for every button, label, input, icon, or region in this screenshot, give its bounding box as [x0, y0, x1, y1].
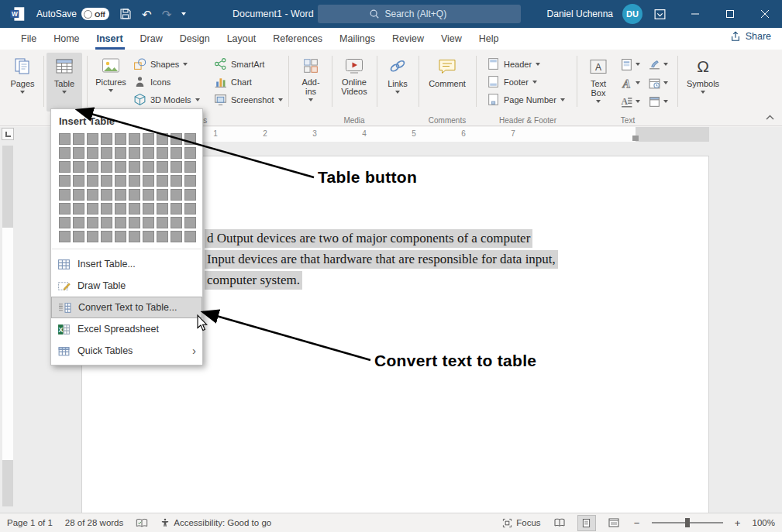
table-grid-cell[interactable]	[59, 161, 71, 173]
table-grid-cell[interactable]	[171, 133, 182, 145]
table-button[interactable]: Table	[47, 53, 82, 112]
table-grid-cell[interactable]	[157, 175, 168, 187]
table-grid-cell[interactable]	[115, 189, 126, 201]
pages-button[interactable]: Pages	[5, 53, 40, 112]
zoom-out-button[interactable]: −	[632, 517, 642, 529]
table-grid-cell[interactable]	[73, 175, 84, 187]
tab-home[interactable]: Home	[45, 28, 88, 50]
shapes-button[interactable]: Shapes	[133, 56, 200, 72]
tab-layout[interactable]: Layout	[219, 28, 265, 50]
icons-button[interactable]: Icons	[133, 74, 200, 90]
table-grid-cell[interactable]	[73, 133, 84, 145]
page-number-button[interactable]: Page Number	[487, 91, 565, 108]
table-grid-cell[interactable]	[157, 189, 168, 201]
table-grid-cell[interactable]	[129, 189, 140, 201]
menu-item-convert-text-to-table[interactable]: Convert Text to Table...	[51, 297, 202, 318]
table-grid-cell[interactable]	[184, 189, 196, 201]
table-grid-cell[interactable]	[101, 231, 112, 242]
links-button[interactable]: Links	[380, 53, 415, 112]
table-grid-cell[interactable]	[184, 147, 196, 159]
add-ins-button[interactable]: Add-ins	[293, 53, 329, 112]
table-grid-cell[interactable]	[87, 147, 98, 159]
minimize-button[interactable]	[677, 0, 712, 28]
document-text-line[interactable]: d Output devices are two of major compon…	[205, 229, 532, 248]
word-count[interactable]: 28 of 28 words	[65, 518, 123, 527]
table-size-grid[interactable]	[59, 133, 195, 242]
table-grid-cell[interactable]	[171, 175, 182, 187]
avatar[interactable]: DU	[622, 4, 642, 24]
table-grid-cell[interactable]	[184, 203, 196, 215]
table-grid-cell[interactable]	[129, 147, 140, 159]
tab-file[interactable]: File	[12, 28, 45, 50]
pictures-button[interactable]: Pictures	[93, 53, 129, 112]
table-grid-cell[interactable]	[59, 133, 71, 145]
share-button[interactable]: Share	[730, 31, 771, 42]
table-grid-cell[interactable]	[143, 189, 154, 201]
table-grid-cell[interactable]	[115, 175, 126, 187]
table-grid-cell[interactable]	[157, 161, 168, 173]
table-grid-cell[interactable]	[157, 203, 168, 215]
document-text-line[interactable]: computer system.	[205, 271, 302, 290]
quick-access-chevron-icon[interactable]	[181, 12, 186, 15]
document-text-line[interactable]: Input devices are that hardware that are…	[205, 250, 558, 269]
table-grid-cell[interactable]	[129, 161, 140, 173]
table-grid-cell[interactable]	[87, 217, 98, 228]
zoom-slider-thumb[interactable]	[685, 518, 690, 527]
table-grid-cell[interactable]	[184, 231, 196, 242]
table-grid-cell[interactable]	[143, 147, 154, 159]
table-grid-cell[interactable]	[129, 203, 140, 215]
tab-review[interactable]: Review	[384, 28, 432, 50]
save-icon[interactable]	[119, 8, 132, 20]
table-grid-cell[interactable]	[101, 133, 112, 145]
ribbon-display-options-icon[interactable]	[653, 8, 667, 21]
table-grid-cell[interactable]	[101, 203, 112, 215]
table-grid-cell[interactable]	[129, 231, 140, 242]
table-grid-cell[interactable]	[59, 203, 71, 215]
menu-item-quick-tables[interactable]: Quick Tables ›	[51, 340, 202, 362]
object-button[interactable]	[648, 93, 668, 110]
quick-parts-button[interactable]	[620, 56, 640, 73]
zoom-level[interactable]: 100%	[753, 518, 775, 527]
search-box[interactable]	[318, 5, 521, 23]
table-grid-cell[interactable]	[157, 231, 168, 242]
menu-item-insert-table[interactable]: Insert Table...	[51, 253, 202, 275]
table-grid-cell[interactable]	[129, 217, 140, 228]
table-grid-cell[interactable]	[184, 161, 196, 173]
footer-button[interactable]: Footer	[487, 74, 565, 90]
table-grid-cell[interactable]	[143, 231, 154, 242]
wordart-button[interactable]: A	[620, 74, 640, 91]
table-grid-cell[interactable]	[171, 147, 182, 159]
table-grid-cell[interactable]	[171, 203, 182, 215]
table-grid-cell[interactable]	[59, 217, 71, 228]
table-grid-cell[interactable]	[171, 161, 182, 173]
table-grid-cell[interactable]	[184, 175, 196, 187]
table-grid-cell[interactable]	[115, 133, 126, 145]
tab-insert[interactable]: Insert	[88, 28, 132, 50]
right-indent-marker[interactable]	[632, 136, 639, 141]
table-grid-cell[interactable]	[171, 231, 182, 242]
header-button[interactable]: Header	[487, 56, 565, 72]
table-grid-cell[interactable]	[73, 231, 84, 242]
redo-icon[interactable]: ↷	[162, 9, 172, 20]
table-grid-cell[interactable]	[115, 231, 126, 242]
tab-mailings[interactable]: Mailings	[331, 28, 384, 50]
zoom-slider[interactable]	[652, 522, 723, 523]
undo-icon[interactable]: ↶	[142, 9, 152, 20]
table-grid-cell[interactable]	[59, 231, 71, 242]
table-grid-cell[interactable]	[143, 133, 154, 145]
table-grid-cell[interactable]	[87, 189, 98, 201]
table-grid-cell[interactable]	[87, 161, 98, 173]
signature-line-button[interactable]	[648, 56, 668, 73]
focus-button[interactable]: Focus	[502, 518, 540, 528]
table-grid-cell[interactable]	[143, 161, 154, 173]
table-grid-cell[interactable]	[171, 217, 182, 228]
table-grid-cell[interactable]	[73, 217, 84, 228]
comment-button[interactable]: Comment	[423, 53, 471, 112]
chart-button[interactable]: Chart	[214, 74, 283, 90]
table-grid-cell[interactable]	[184, 217, 196, 228]
table-grid-cell[interactable]	[143, 175, 154, 187]
collapse-ribbon-button[interactable]	[766, 115, 774, 120]
tab-references[interactable]: References	[264, 28, 331, 50]
table-grid-cell[interactable]	[184, 133, 196, 145]
tab-stop-selector[interactable]	[2, 128, 14, 140]
